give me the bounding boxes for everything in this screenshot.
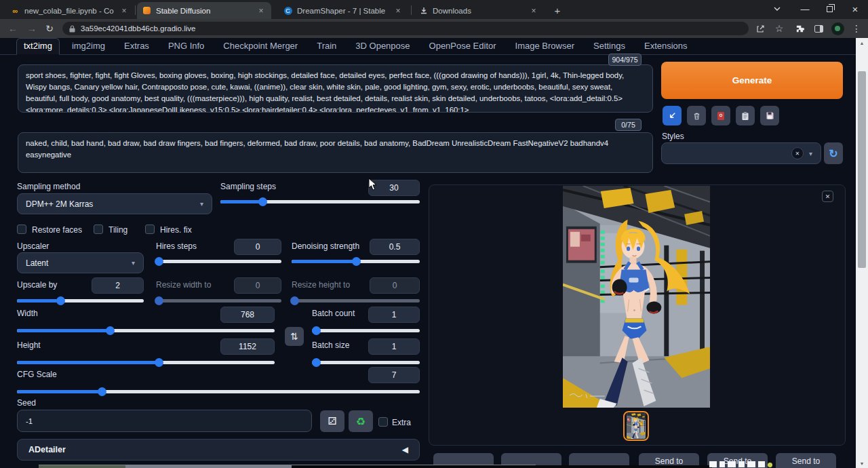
restore-faces-checkbox[interactable] xyxy=(17,225,26,234)
cfg-scale-input[interactable]: 7 xyxy=(368,367,420,383)
reuse-seed-button[interactable]: ♻ xyxy=(349,410,373,432)
forward-icon[interactable]: → xyxy=(24,21,39,36)
tab-search-chevron-icon[interactable] xyxy=(767,0,787,18)
paste-generation-params-button[interactable] xyxy=(663,106,682,125)
window-close-button[interactable]: × xyxy=(845,0,865,18)
extra-seed-label: Extra xyxy=(392,418,411,427)
denoising-strength-slider[interactable] xyxy=(292,256,420,266)
hires-fix-checkbox[interactable] xyxy=(145,225,155,234)
upscaler-dropdown[interactable]: Latent ▾ xyxy=(17,252,144,273)
random-seed-button[interactable]: ⚂ xyxy=(320,410,344,432)
tab-train[interactable]: Train xyxy=(310,39,343,54)
tab-img2img[interactable]: img2img xyxy=(65,39,112,54)
tab-close-icon[interactable]: × xyxy=(529,6,538,16)
avatar[interactable] xyxy=(830,21,845,36)
tab-close-icon[interactable]: × xyxy=(393,6,403,16)
extra-networks-button[interactable] xyxy=(711,106,730,125)
new-tab-button[interactable]: + xyxy=(548,2,567,19)
browser-tab-civitai[interactable]: C DreamShaper - 7 | Stable Diffusio × xyxy=(278,2,408,19)
trash-icon xyxy=(692,111,701,121)
tab-image-browser[interactable]: Image Browser xyxy=(509,39,581,54)
resize-width-slider xyxy=(156,296,281,305)
tab-extensions[interactable]: Extensions xyxy=(637,39,694,54)
batch-size-input[interactable]: 1 xyxy=(368,338,420,355)
apply-styles-button[interactable] xyxy=(736,106,755,125)
styles-dropdown[interactable]: ✕ ▾ xyxy=(661,142,821,164)
scroll-down-icon[interactable]: ▼ xyxy=(856,459,868,468)
negative-prompt-input[interactable]: naked, child, bad hand, bad draw, bad dr… xyxy=(18,132,653,173)
cfg-scale-slider[interactable] xyxy=(17,387,420,396)
slider-handle[interactable] xyxy=(312,326,321,335)
window-minimize-button[interactable]: — xyxy=(795,0,815,18)
height-input[interactable]: 1152 xyxy=(220,338,275,355)
gallery-thumbnail-selected[interactable] xyxy=(623,411,649,441)
kebab-menu-icon[interactable]: ⋮ xyxy=(849,21,864,36)
tab-3d-openpose[interactable]: 3D Openpose xyxy=(349,39,416,54)
bookmark-star-icon[interactable]: ☆ xyxy=(772,21,787,36)
height-slider[interactable] xyxy=(17,357,275,367)
slider-handle[interactable] xyxy=(155,358,163,367)
generate-button[interactable]: Generate xyxy=(661,62,843,99)
share-icon[interactable] xyxy=(753,21,768,36)
slider-handle[interactable] xyxy=(56,296,65,305)
hires-steps-input[interactable]: 0 xyxy=(234,239,281,255)
side-panel-icon[interactable] xyxy=(811,21,826,36)
width-input[interactable]: 768 xyxy=(220,307,275,323)
upscale-by-slider[interactable] xyxy=(17,296,144,305)
slider-handle[interactable] xyxy=(352,257,361,266)
browser-tab-stable-diffusion[interactable]: Stable Diffusion × xyxy=(137,2,271,19)
browser-tab-colab[interactable]: ∞ new_colab_file.ipynb - Colaborat × xyxy=(5,2,134,19)
sampling-method-dropdown[interactable]: DPM++ 2M Karras ▾ xyxy=(17,193,212,214)
address-bar[interactable]: 3a59ec42041dbb46cb.gradio.live xyxy=(62,22,749,35)
upscale-by-input[interactable]: 2 xyxy=(92,277,144,294)
denoising-strength-label: Denoising strength xyxy=(292,241,359,251)
tab-close-icon[interactable]: × xyxy=(119,6,129,16)
tab-png-info[interactable]: PNG Info xyxy=(161,39,211,54)
gallery-close-button[interactable]: ✕ xyxy=(822,191,833,202)
swap-icon: ⇅ xyxy=(290,331,298,342)
window-restore-button[interactable] xyxy=(819,0,840,18)
seed-input[interactable]: -1 xyxy=(17,410,312,432)
recycle-icon: ♻ xyxy=(356,415,366,428)
output-gallery-panel: ✕ xyxy=(429,184,846,446)
batch-count-input[interactable]: 1 xyxy=(368,307,420,323)
browser-tab-downloads[interactable]: Downloads × xyxy=(414,2,544,19)
tab-close-icon[interactable]: × xyxy=(256,6,266,16)
styles-refresh-button[interactable]: ↻ xyxy=(824,142,843,164)
flower-card-icon xyxy=(717,111,725,121)
slider-handle[interactable] xyxy=(312,358,321,367)
slider-handle[interactable] xyxy=(258,197,267,206)
dice-icon: ⚂ xyxy=(328,415,336,427)
batch-count-slider[interactable] xyxy=(312,326,420,335)
hires-steps-slider[interactable] xyxy=(156,256,281,266)
tab-checkpoint-merger[interactable]: Checkpoint Merger xyxy=(216,39,304,54)
generated-image[interactable] xyxy=(563,186,710,408)
tiling-checkbox[interactable] xyxy=(94,225,103,234)
extensions-puzzle-icon[interactable] xyxy=(792,21,807,36)
back-icon[interactable]: ← xyxy=(5,21,20,36)
adetailer-accordion[interactable]: ADetailer ◀ xyxy=(17,439,420,461)
save-style-button[interactable] xyxy=(760,106,779,125)
batch-size-slider[interactable] xyxy=(312,357,420,367)
extra-seed-checkbox[interactable] xyxy=(378,417,388,427)
sampling-steps-slider[interactable] xyxy=(220,197,420,206)
tab-extras[interactable]: Extras xyxy=(117,39,156,54)
prompt-input[interactable]: sport shoes, fighter, fight, fight Glove… xyxy=(18,64,653,113)
width-slider[interactable] xyxy=(17,326,275,335)
slider-handle[interactable] xyxy=(98,387,106,396)
page-scrollbar[interactable]: ▲ ▼ xyxy=(856,38,868,468)
batch-size-label: Batch size xyxy=(312,340,349,350)
scroll-up-icon[interactable]: ▲ xyxy=(856,38,868,47)
reload-icon[interactable]: ↻ xyxy=(42,21,57,36)
styles-clear-icon[interactable]: ✕ xyxy=(791,147,804,159)
send-to-extras-button[interactable]: Send to xyxy=(776,453,836,468)
tab-settings[interactable]: Settings xyxy=(587,39,632,54)
swap-width-height-button[interactable]: ⇅ xyxy=(285,327,304,346)
clear-prompt-button[interactable] xyxy=(687,106,706,125)
tab-openpose-editor[interactable]: OpenPose Editor xyxy=(422,39,503,54)
denoising-strength-input[interactable]: 0.5 xyxy=(370,239,420,255)
slider-handle[interactable] xyxy=(155,257,163,266)
slider-handle[interactable] xyxy=(106,326,115,335)
tab-txt2img[interactable]: txt2img xyxy=(16,38,60,55)
scrollbar-thumb[interactable] xyxy=(858,71,866,268)
